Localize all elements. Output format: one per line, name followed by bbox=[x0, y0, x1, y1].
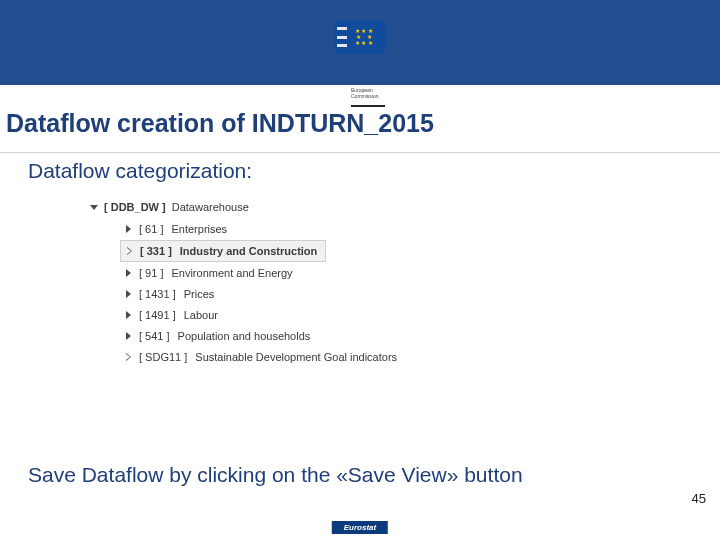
instruction-text: Save Dataflow by clicking on the «Save V… bbox=[28, 461, 628, 488]
tree-item[interactable]: [ 1431 ]Prices bbox=[120, 284, 720, 304]
eu-flag-icon: ★ ★ ★★ ★★ ★ ★ bbox=[335, 20, 385, 54]
tree-item-label: Industry and Construction bbox=[180, 245, 318, 257]
tree-item-label: Enterprises bbox=[171, 223, 227, 235]
tree-item-code: [ 1491 ] bbox=[139, 309, 176, 321]
logo-text: European Commission bbox=[335, 87, 720, 99]
chevron-right-icon bbox=[126, 354, 131, 361]
chevron-right-icon bbox=[126, 269, 131, 277]
chevron-right-icon bbox=[126, 290, 131, 298]
header-bar: ★ ★ ★★ ★★ ★ ★ bbox=[0, 0, 720, 85]
chevron-right-icon bbox=[126, 311, 131, 319]
chevron-right-icon bbox=[126, 225, 131, 233]
chevron-right-icon bbox=[127, 248, 132, 255]
tree-item-code: [ 91 ] bbox=[139, 267, 163, 279]
tree-item-code: [ 1431 ] bbox=[139, 288, 176, 300]
tree-root-label: Datawarehouse bbox=[172, 201, 249, 213]
page-number: 45 bbox=[692, 491, 706, 506]
chevron-right-icon bbox=[126, 332, 131, 340]
tree-item[interactable]: [ 331 ]Industry and Construction bbox=[120, 240, 326, 262]
page-title: Dataflow creation of INDTURN_2015 bbox=[0, 107, 720, 153]
tree-item-label: Prices bbox=[184, 288, 215, 300]
category-tree: [ DDB_DW ] Datawarehouse [ 61 ]Enterpris… bbox=[90, 201, 720, 367]
tree-item[interactable]: [ 541 ]Population and households bbox=[120, 326, 720, 346]
tree-item[interactable]: [ 91 ]Environment and Energy bbox=[120, 263, 720, 283]
tree-item-code: [ 331 ] bbox=[140, 245, 172, 257]
tree-item[interactable]: [ 1491 ]Labour bbox=[120, 305, 720, 325]
tree-item-code: [ SDG11 ] bbox=[139, 351, 187, 363]
tree-root-code: [ DDB_DW ] bbox=[104, 201, 166, 213]
tree-root[interactable]: [ DDB_DW ] Datawarehouse bbox=[90, 201, 720, 213]
tree-item[interactable]: [ 61 ]Enterprises bbox=[120, 219, 720, 239]
page-subtitle: Dataflow categorization: bbox=[0, 153, 720, 183]
logo-text-line2: Commission bbox=[351, 93, 379, 99]
tree-item-label: Labour bbox=[184, 309, 218, 321]
footer-tag: Eurostat bbox=[332, 521, 388, 534]
ec-logo: ★ ★ ★★ ★★ ★ ★ bbox=[335, 20, 385, 54]
chevron-down-icon bbox=[90, 205, 98, 210]
tree-item-code: [ 61 ] bbox=[139, 223, 163, 235]
tree-item-label: Sustainable Development Goal indicators bbox=[195, 351, 397, 363]
tree-item-label: Environment and Energy bbox=[171, 267, 292, 279]
tree-item[interactable]: [ SDG11 ]Sustainable Development Goal in… bbox=[120, 347, 720, 367]
tree-item-label: Population and households bbox=[178, 330, 311, 342]
tree-item-code: [ 541 ] bbox=[139, 330, 170, 342]
